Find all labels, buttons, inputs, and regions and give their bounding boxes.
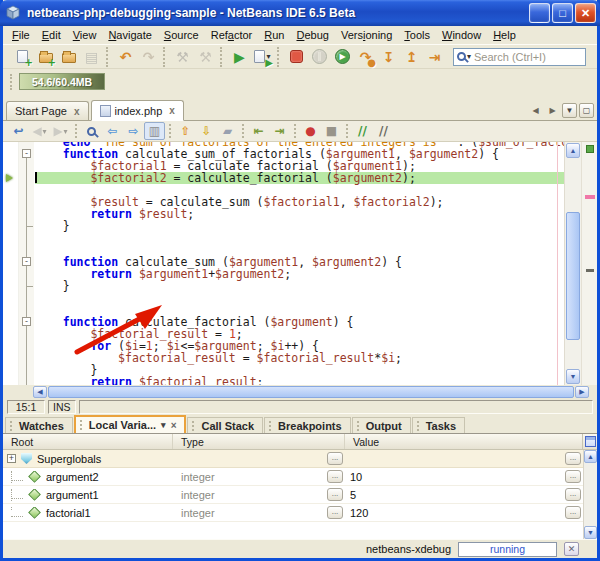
close-button[interactable]: ✕	[575, 3, 596, 23]
stop-macro-recording-icon[interactable]: ■	[321, 122, 342, 140]
toggle-highlight-search-icon[interactable]: ▥	[144, 122, 165, 140]
forward-icon[interactable]: ▶▾	[50, 122, 71, 140]
column-type[interactable]: Type	[173, 434, 345, 449]
menu-source[interactable]: Source	[158, 27, 205, 43]
fold-collapse-icon[interactable]: -	[22, 257, 31, 266]
shift-line-right-icon[interactable]: ⇥	[269, 122, 290, 140]
scroll-right-icon[interactable]: ▶	[575, 386, 589, 398]
editor-horizontal-scrollbar[interactable]: ◀ ▶	[3, 385, 597, 399]
minimize-window-icon[interactable]: ▾	[161, 420, 166, 430]
insert-mode[interactable]: INS	[48, 400, 76, 414]
toolbar-grip[interactable]	[10, 74, 13, 90]
scroll-up-icon[interactable]: ▲	[566, 143, 580, 158]
run-to-cursor-icon[interactable]: ⇥	[423, 47, 446, 67]
panel-tab-local-varia-[interactable]: Local Varia...▾×	[74, 415, 187, 433]
menu-file[interactable]: File	[6, 27, 36, 43]
value-ellipsis-button[interactable]: ...	[565, 506, 581, 519]
step-over-icon[interactable]: ↷●	[354, 47, 377, 67]
pause-icon[interactable]: ‖	[308, 47, 331, 67]
type-ellipsis-button[interactable]: ...	[327, 506, 343, 519]
continue-icon[interactable]: ▶	[331, 47, 354, 67]
scroll-left-icon[interactable]: ◀	[33, 386, 47, 398]
last-edit-location-icon[interactable]: ↩	[8, 122, 29, 140]
next-bookmark-icon[interactable]: ⇩	[196, 122, 217, 140]
memory-indicator[interactable]: 54.6/60.4MB	[19, 73, 105, 90]
code-editor[interactable]: --- echo "The sum of factorials of the e…	[3, 142, 597, 385]
scroll-down-icon[interactable]: ▼	[566, 369, 580, 384]
scroll-tabs-right-icon[interactable]: ▶	[545, 103, 560, 118]
new-file-icon[interactable]: +	[11, 47, 34, 67]
previous-bookmark-icon[interactable]: ⇧	[175, 122, 196, 140]
panel-tab-breakpoints[interactable]: Breakpoints	[264, 417, 351, 433]
comment-icon[interactable]: //	[352, 122, 373, 140]
value-ellipsis-button[interactable]: ...	[565, 452, 581, 465]
column-root[interactable]: Root	[3, 434, 173, 449]
type-ellipsis-button[interactable]: ...	[327, 452, 343, 465]
tab-index-php[interactable]: index.phpx	[91, 100, 184, 121]
quick-search[interactable]: ▾	[453, 48, 586, 66]
menu-tools[interactable]: Tools	[398, 27, 436, 43]
search-input[interactable]	[474, 51, 582, 63]
close-tab-icon[interactable]: x	[169, 105, 175, 116]
menu-refactor[interactable]: Refactor	[205, 27, 259, 43]
undo-icon[interactable]: ↶	[114, 47, 137, 67]
menu-navigate[interactable]: Navigate	[102, 27, 157, 43]
scroll-tabs-left-icon[interactable]: ◀	[528, 103, 543, 118]
step-out-icon[interactable]: ↥	[400, 47, 423, 67]
code-line[interactable]: }	[35, 220, 564, 232]
back-icon[interactable]: ◀▾	[29, 122, 50, 140]
code-line[interactable]: return $argument1+$argument2;	[35, 268, 564, 280]
menu-debug[interactable]: Debug	[290, 27, 334, 43]
find-selection-icon[interactable]	[81, 122, 102, 140]
redo-icon[interactable]: ↷	[137, 47, 160, 67]
glyph-margin[interactable]	[3, 142, 19, 385]
value-ellipsis-button[interactable]: ...	[565, 470, 581, 483]
find-previous-icon[interactable]: ⇦	[102, 122, 123, 140]
error-stripe[interactable]	[581, 142, 597, 385]
table-row[interactable]: argument2integer...10...	[3, 468, 583, 486]
run-project-icon[interactable]: ▶	[228, 47, 251, 67]
table-scroll-down-icon[interactable]: ▼	[584, 526, 597, 539]
editor-vertical-scrollbar[interactable]: ▲ ▼	[564, 142, 581, 385]
cancel-process-icon[interactable]: ✕	[564, 542, 579, 556]
tab-list-dropdown-icon[interactable]: ▼	[562, 103, 577, 118]
menu-versioning[interactable]: Versioning	[335, 27, 398, 43]
column-value[interactable]: Value	[345, 434, 582, 449]
panel-tab-tasks[interactable]: Tasks	[412, 417, 465, 433]
debug-project-icon[interactable]: ▶▾	[251, 47, 274, 67]
open-project-icon[interactable]	[57, 47, 80, 67]
shift-line-left-icon[interactable]: ⇤	[248, 122, 269, 140]
menu-edit[interactable]: Edit	[36, 27, 67, 43]
panel-tab-output[interactable]: Output	[352, 417, 411, 433]
current-debug-line[interactable]: $factorial2 = calculate_factorial ($argu…	[35, 172, 564, 184]
finish-debugger-session-icon[interactable]	[285, 47, 308, 67]
close-window-icon[interactable]: ×	[171, 420, 177, 431]
vertical-scroll-thumb[interactable]	[566, 212, 580, 340]
new-project-icon[interactable]: +	[34, 47, 57, 67]
uncomment-icon[interactable]: //	[373, 122, 394, 140]
fold-collapse-icon[interactable]: -	[22, 317, 31, 326]
type-ellipsis-button[interactable]: ...	[327, 470, 343, 483]
table-row[interactable]: argument1integer...5...	[3, 486, 583, 504]
fold-margin[interactable]: ---	[19, 142, 34, 385]
table-scroll-up-icon[interactable]: ▲	[584, 450, 597, 463]
panel-tab-call-stack[interactable]: Call Stack	[187, 417, 263, 433]
menu-window[interactable]: Window	[436, 27, 487, 43]
code-line[interactable]: return $result;	[35, 208, 564, 220]
tab-start-page[interactable]: Start Pagex	[6, 101, 89, 120]
code-line[interactable]: return $factorial_result;	[35, 376, 564, 385]
code-line[interactable]: }	[35, 280, 564, 292]
close-tab-icon[interactable]: x	[74, 106, 80, 117]
find-next-icon[interactable]: ⇨	[123, 122, 144, 140]
expand-icon[interactable]: +	[7, 454, 16, 463]
type-ellipsis-button[interactable]: ...	[327, 488, 343, 501]
step-into-icon[interactable]: ↧	[377, 47, 400, 67]
maximize-button[interactable]: □	[552, 3, 573, 23]
minimize-button[interactable]: _	[529, 3, 550, 23]
clean-build-project-icon[interactable]: ⚒	[194, 47, 217, 67]
table-vertical-scrollbar[interactable]: ▲ ▼	[583, 450, 597, 539]
table-row[interactable]: +Superglobals......	[3, 450, 583, 468]
value-ellipsis-button[interactable]: ...	[565, 488, 581, 501]
save-all-icon[interactable]: ▤	[80, 47, 103, 67]
fold-collapse-icon[interactable]: -	[22, 149, 31, 158]
